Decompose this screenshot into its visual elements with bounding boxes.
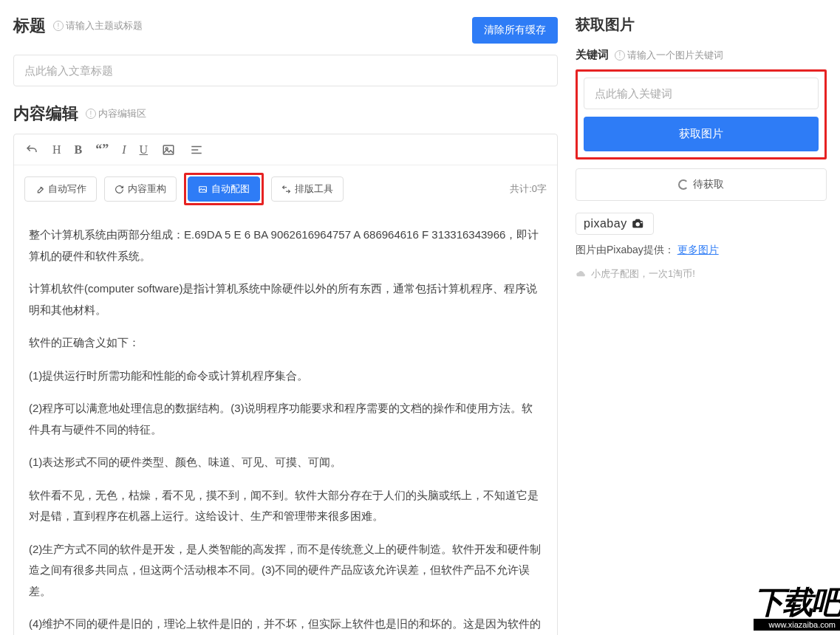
main-column: 标题 ! 请输入主题或标题 清除所有缓存 内容编辑 ! 内容编辑区 — [13, 15, 558, 635]
editor-box: H B “” I U 自动写作 — [13, 134, 558, 635]
italic-icon[interactable]: I — [122, 143, 126, 157]
auto-image-button[interactable]: 自动配图 — [188, 176, 260, 202]
editor-section-header: 内容编辑 ! 内容编辑区 — [13, 103, 558, 125]
paragraph: 整个计算机系统由两部分组成：E.69DA 5 E 6 BA 9062616964… — [29, 224, 542, 267]
paragraph: 计算机软件(computer software)是指计算机系统中除硬件以外的所有… — [29, 278, 542, 320]
svg-rect-8 — [641, 222, 642, 224]
bold-icon[interactable]: B — [75, 143, 83, 157]
undo-icon[interactable] — [24, 143, 39, 157]
camera-icon — [631, 219, 646, 229]
info-icon: ! — [86, 109, 96, 119]
pixabay-badge: pixabay — [576, 213, 654, 235]
auto-image-highlight: 自动配图 — [184, 173, 264, 205]
underline-icon[interactable]: U — [140, 143, 148, 157]
more-images-link[interactable]: 更多图片 — [677, 244, 719, 255]
svg-rect-0 — [163, 145, 174, 154]
keyword-highlight-box: 获取图片 — [576, 69, 827, 159]
sidebar: 获取图片 关键词 ! 请输入一个图片关键词 获取图片 待获取 pixabay 图… — [576, 15, 827, 635]
paragraph: (1)表达形式不同的硬件类型、颜色、味道、可见、可摸、可闻。 — [29, 452, 542, 473]
quote-icon[interactable]: “” — [95, 142, 109, 157]
paragraph: (2)生产方式不同的软件是开发，是人类智能的高发挥，而不是传统意义上的硬件制造。… — [29, 539, 542, 603]
title-hint: ! 请输入主题或标题 — [53, 19, 143, 32]
align-left-icon[interactable] — [189, 143, 204, 157]
paragraph: 软件看不见，无色，枯燥，看不见，摸不到，闻不到。软件大部分存在于人们的头脑或纸上… — [29, 485, 542, 527]
format-toolbar: H B “” I U — [14, 134, 557, 165]
editor-label: 内容编辑 — [13, 103, 78, 125]
info-icon: ! — [53, 21, 64, 31]
keyword-input[interactable] — [584, 78, 819, 109]
title-label: 标题 — [13, 15, 46, 37]
keyword-hint-text: 请输入一个图片关键词 — [627, 49, 723, 62]
provider-line: 图片由Pixabay提供： 更多图片 — [576, 244, 827, 257]
info-icon: ! — [615, 50, 625, 61]
paragraph: (2)程序可以满意地处理信息的数据结构。(3)说明程序功能要求和程序需要的文档的… — [29, 398, 542, 440]
action-toolbar: 自动写作 内容重构 自动配图 排版工具 — [14, 165, 557, 213]
editor-section: 内容编辑 ! 内容编辑区 H B “” I U — [13, 103, 558, 635]
svg-point-7 — [635, 222, 639, 226]
keyword-label-row: 关键词 ! 请输入一个图片关键词 — [576, 48, 827, 62]
clear-cache-button[interactable]: 清除所有缓存 — [472, 17, 558, 44]
heading-icon[interactable]: H — [52, 143, 61, 157]
editor-hint: ! 内容编辑区 — [86, 107, 146, 120]
editor-hint-text: 内容编辑区 — [98, 107, 146, 120]
image-icon[interactable] — [161, 143, 176, 157]
paragraph: 软件的正确含义如下： — [29, 332, 542, 354]
editor-content[interactable]: 整个计算机系统由两部分组成：E.69DA 5 E 6 BA 9062616964… — [14, 213, 557, 635]
sidebar-title-row: 获取图片 — [576, 15, 827, 35]
word-count: 共计:0字 — [510, 182, 547, 196]
provider-text: 图片由Pixabay提供： — [576, 244, 675, 255]
auto-write-button[interactable]: 自动写作 — [24, 176, 97, 202]
layout-tool-label: 排版工具 — [295, 182, 333, 196]
cloud-icon — [576, 270, 587, 278]
title-header-row: 标题 ! 请输入主题或标题 清除所有缓存 — [13, 15, 558, 46]
pending-label: 待获取 — [693, 178, 724, 191]
auto-write-label: 自动写作 — [48, 182, 86, 196]
keyword-label: 关键词 — [576, 48, 609, 62]
spinner-icon — [678, 179, 689, 190]
pixabay-text: pixabay — [584, 217, 627, 230]
fetch-image-button[interactable]: 获取图片 — [584, 117, 819, 151]
paragraph: (4)维护不同的硬件是旧的，理论上软件是旧的，并不坏，但实际上软件也是旧的和坏的… — [29, 614, 542, 635]
layout-tool-button[interactable]: 排版工具 — [271, 176, 344, 202]
content-rebuild-button[interactable]: 内容重构 — [104, 176, 177, 202]
title-hint-text: 请输入主题或标题 — [66, 19, 143, 32]
watermark: 下载吧 www.xiazaiba.com — [754, 582, 840, 631]
auto-image-label: 自动配图 — [211, 182, 250, 196]
tip-line: 小虎子配图，一次1淘币! — [576, 267, 827, 281]
paragraph: (1)提供运行时所需功能和性能的命令或计算机程序集合。 — [29, 365, 542, 387]
tip-text: 小虎子配图，一次1淘币! — [591, 267, 695, 281]
title-section-header: 标题 ! 请输入主题或标题 — [13, 15, 143, 37]
keyword-hint: ! 请输入一个图片关键词 — [615, 49, 723, 62]
pending-button[interactable]: 待获取 — [576, 168, 827, 201]
title-input[interactable] — [13, 55, 558, 86]
content-rebuild-label: 内容重构 — [128, 182, 166, 196]
sidebar-title: 获取图片 — [576, 15, 635, 35]
watermark-logo: 下载吧 — [754, 582, 840, 623]
